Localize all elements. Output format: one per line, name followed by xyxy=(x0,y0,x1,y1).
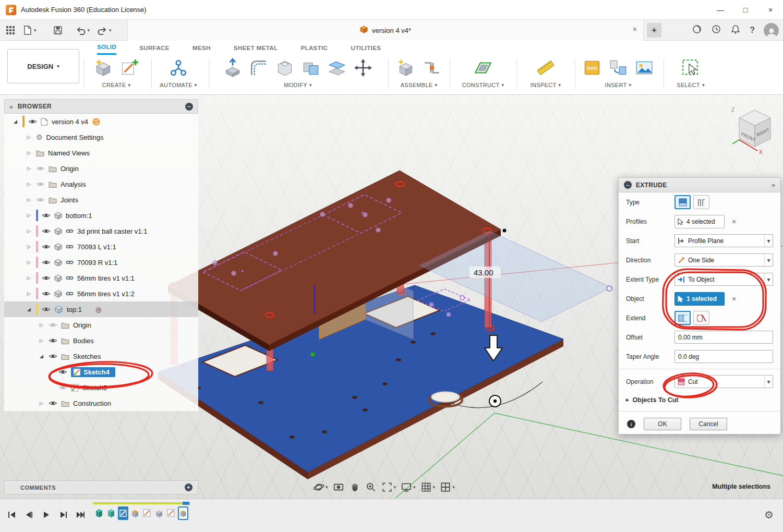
combine-icon[interactable] xyxy=(299,56,323,80)
dialog-collapse-icon[interactable]: » xyxy=(772,181,775,189)
save-button[interactable] xyxy=(53,25,63,35)
automate-group-menu[interactable]: AUTOMATE ▾ xyxy=(154,82,202,88)
expand-icon[interactable]: ▷ xyxy=(27,166,36,171)
timeline-extrude-feature[interactable] xyxy=(154,506,164,520)
tree-item-named-views[interactable]: ▷ Named Views xyxy=(4,145,198,161)
look-at-button[interactable] xyxy=(333,481,344,493)
tab-utilities[interactable]: UTILITIES xyxy=(351,41,381,55)
visibility-eye-icon[interactable] xyxy=(42,212,51,219)
expand-icon[interactable]: ▷ xyxy=(27,260,36,265)
tree-item-joints[interactable]: ▷ Joints xyxy=(4,192,198,208)
dialog-header[interactable]: – EXTRUDE » xyxy=(619,178,780,192)
create-sketch-icon[interactable] xyxy=(117,56,141,80)
insert-canvas-icon[interactable] xyxy=(632,56,656,80)
move-copy-icon[interactable] xyxy=(351,56,375,80)
activate-component-radio[interactable]: ◎ xyxy=(95,306,101,313)
job-status-icon[interactable] xyxy=(692,24,702,37)
collapse-panel-icon[interactable]: « xyxy=(9,103,14,111)
tree-item-70093-r[interactable]: ▷ 70093 R v1:1 xyxy=(4,255,198,270)
select-group-menu[interactable]: SELECT ▾ xyxy=(666,82,716,88)
start-dropdown[interactable]: Profile Plane ▾ xyxy=(674,234,773,247)
history-clock-icon[interactable] xyxy=(711,24,721,37)
redo-button[interactable]: ▾ xyxy=(97,25,112,35)
update-badge-icon[interactable] xyxy=(92,118,100,126)
tree-item-tires-2[interactable]: ▷ 56mm tires v1 v1:2 xyxy=(4,286,198,301)
tree-item-bottom-component[interactable]: ▷ bottom:1 xyxy=(4,208,198,223)
insert-svg-icon[interactable]: SVG xyxy=(580,56,604,80)
grid-snap-button[interactable]: ▾ xyxy=(420,481,436,493)
select-icon[interactable] xyxy=(679,56,703,80)
visibility-eye-icon[interactable] xyxy=(49,400,57,406)
timeline-sketch-feature[interactable] xyxy=(166,506,176,520)
ok-button[interactable]: OK xyxy=(644,418,681,430)
visibility-eye-icon-off[interactable] xyxy=(36,181,45,187)
file-menu-button[interactable]: ▾ xyxy=(22,25,37,35)
tree-item-origin[interactable]: ▷ Origin xyxy=(4,161,198,176)
visibility-eye-icon[interactable] xyxy=(42,244,51,250)
tab-close-icon[interactable]: × xyxy=(633,25,637,33)
add-comment-icon[interactable]: + xyxy=(185,483,192,491)
pan-button[interactable] xyxy=(349,481,360,493)
insert-derive-icon[interactable] xyxy=(606,56,630,80)
offset-input[interactable]: 0.00 mm xyxy=(674,331,773,344)
measure-icon[interactable] xyxy=(534,56,558,80)
tree-item-tires-1[interactable]: ▷ 56mm tires v1 v1:1 xyxy=(4,270,198,286)
expand-icon[interactable]: ▷ xyxy=(27,135,36,140)
expand-icon[interactable]: ▷ xyxy=(40,401,49,406)
close-button[interactable]: × xyxy=(758,0,783,20)
orbit-button[interactable]: ▾ xyxy=(313,481,328,493)
objects-to-cut-section[interactable]: ▸ Objects To Cut xyxy=(619,391,780,408)
section-expand-icon[interactable]: ▸ xyxy=(626,396,629,403)
press-pull-icon[interactable] xyxy=(221,56,245,80)
operation-dropdown[interactable]: Cut ▾ xyxy=(674,375,773,388)
extrude-type-thin-button[interactable] xyxy=(693,195,709,209)
direction-dropdown[interactable]: One Side ▾ xyxy=(674,253,773,267)
tree-item-ball-caster[interactable]: ▷ 3d print ball caster v1:1 xyxy=(4,223,198,239)
caret-down-icon[interactable]: ▾ xyxy=(764,254,773,266)
new-component-icon[interactable] xyxy=(91,56,115,80)
tab-mesh[interactable]: MESH xyxy=(192,41,211,55)
clear-selection-icon[interactable]: × xyxy=(732,295,736,303)
tree-item-sketch4[interactable]: Sketch4 xyxy=(4,364,198,380)
profiles-selection-button[interactable]: 4 selected xyxy=(674,215,725,228)
avatar[interactable] xyxy=(764,23,779,38)
extend-faces-button[interactable] xyxy=(674,311,691,325)
timeline-extrude-feature[interactable] xyxy=(130,506,140,520)
timeline-position-marker[interactable] xyxy=(183,502,189,505)
panel-options-icon[interactable]: – xyxy=(185,103,193,111)
timeline-begin-button[interactable] xyxy=(6,510,17,520)
visibility-eye-icon-off[interactable] xyxy=(36,197,45,203)
inspect-group-menu[interactable]: INSPECT ▾ xyxy=(520,82,572,88)
tree-item-top-origin[interactable]: ▷ Origin xyxy=(4,317,198,333)
timeline-sketch-feature[interactable] xyxy=(142,506,152,520)
tab-solid[interactable]: SOLID xyxy=(97,41,116,55)
visibility-eye-icon-off[interactable] xyxy=(49,322,57,328)
object-selection-button[interactable]: 1 selected xyxy=(674,292,725,306)
visibility-eye-icon[interactable] xyxy=(58,369,67,375)
minimize-button[interactable]: — xyxy=(708,0,733,20)
timeline-sketch-feature-selected[interactable] xyxy=(118,506,128,520)
tree-item-bodies[interactable]: ▷ Bodies xyxy=(4,333,198,348)
assemble-group-menu[interactable]: ASSEMBLE ▾ xyxy=(391,82,447,88)
extend-adjacent-button[interactable] xyxy=(693,311,709,325)
assemble-new-component-icon[interactable] xyxy=(394,56,418,80)
timeline-step-back-button[interactable] xyxy=(23,510,34,520)
expand-icon[interactable]: ◢ xyxy=(14,119,22,124)
expand-icon[interactable]: ◢ xyxy=(40,354,49,359)
notifications-bell-icon[interactable] xyxy=(730,24,741,37)
visibility-eye-icon[interactable] xyxy=(42,275,51,281)
expand-icon[interactable]: ▷ xyxy=(27,213,36,218)
tree-item-top-component[interactable]: ◢ top:1 ◎ xyxy=(4,301,198,317)
expand-icon[interactable]: ▷ xyxy=(27,182,36,187)
new-tab-button[interactable]: + xyxy=(647,23,661,38)
fillet-icon[interactable] xyxy=(247,56,271,80)
visibility-eye-icon[interactable] xyxy=(42,291,51,297)
info-icon[interactable]: i xyxy=(627,420,635,428)
tree-item-70093-l[interactable]: ▷ 70093 L v1:1 xyxy=(4,239,198,255)
comments-bar[interactable]: COMMENTS + xyxy=(4,480,198,494)
viewports-button[interactable]: ▾ xyxy=(440,481,455,493)
cancel-button[interactable]: Cancel xyxy=(690,418,727,430)
selected-sketch-highlight[interactable]: Sketch4 xyxy=(71,367,115,377)
expand-icon[interactable]: ▷ xyxy=(27,197,36,202)
expand-icon[interactable]: ▷ xyxy=(27,291,36,296)
